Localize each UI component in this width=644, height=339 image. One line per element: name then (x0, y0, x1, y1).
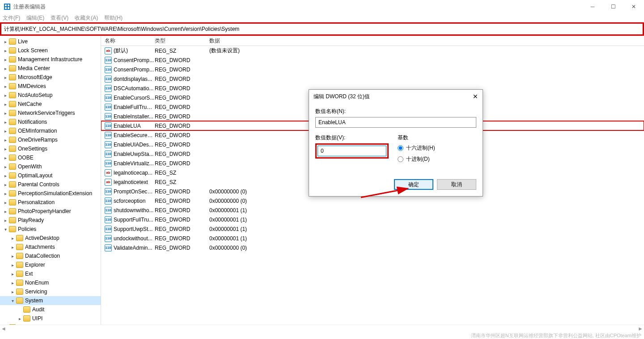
chevron-icon[interactable]: ▸ (3, 164, 8, 169)
chevron-icon[interactable]: ▸ (10, 253, 15, 259)
tree-item-attachments[interactable]: ▸Attachments (0, 243, 101, 251)
chevron-icon[interactable] (17, 307, 22, 312)
chevron-icon[interactable]: ▸ (10, 262, 15, 268)
menu-file[interactable]: 文件(F) (3, 14, 20, 22)
tree-item-onedriveramps[interactable]: ▸OneDriveRamps (0, 135, 101, 144)
chevron-icon[interactable]: ▸ (10, 289, 15, 294)
tree-item-photopropertyhandler[interactable]: ▸PhotoPropertyHandler (0, 207, 101, 216)
tree-item-oeminformation[interactable]: ▸OEMInformation (0, 126, 101, 135)
tree-item-datacollection[interactable]: ▸DataCollection (0, 251, 101, 260)
chevron-icon[interactable]: ▸ (3, 200, 8, 205)
tree-item-management-infrastructure[interactable]: ▸Management Infrastructure (0, 55, 101, 64)
tree-item-mmdevices[interactable]: ▸MMDevices (0, 82, 101, 91)
value-row[interactable]: ab(默认)REG_SZ(数值未设置) (101, 46, 644, 55)
chevron-icon[interactable]: ▸ (3, 155, 8, 160)
tree-item-playready[interactable]: ▸PlayReady (0, 216, 101, 225)
value-row[interactable]: 110SupportFullTru...REG_DWORD0x00000001 … (101, 215, 644, 224)
dialog-titlebar[interactable]: 编辑 DWORD (32 位)值 ✕ (309, 90, 483, 103)
tree-item-uipi[interactable]: ▸UIPI (0, 314, 101, 323)
cancel-button[interactable]: 取消 (437, 179, 476, 190)
chevron-icon[interactable]: ▸ (3, 191, 8, 196)
chevron-icon[interactable]: ▸ (3, 75, 8, 80)
tree-item-ncdautosetup[interactable]: ▸NcdAutoSetup (0, 91, 101, 100)
value-row[interactable]: 110dontdisplaylas...REG_DWORD (101, 74, 644, 84)
chevron-icon[interactable]: ▾ (3, 226, 8, 232)
radio-hex[interactable] (398, 145, 403, 151)
chevron-icon[interactable]: ▸ (3, 137, 8, 142)
value-row[interactable]: 110shutdownwitho...REG_DWORD0x00000001 (… (101, 205, 644, 215)
tree-item-policies[interactable]: ▾Policies (0, 225, 101, 234)
minimize-button[interactable]: ─ (582, 0, 603, 13)
close-button[interactable]: ✕ (623, 0, 644, 13)
tree-item-media-center[interactable]: ▸Media Center (0, 64, 101, 73)
tree-item-microsoftedge[interactable]: ▸MicrosoftEdge (0, 73, 101, 82)
tree-item-explorer[interactable]: ▸Explorer (0, 260, 101, 269)
col-name[interactable]: 名称 (101, 37, 155, 45)
chevron-icon[interactable]: ▸ (17, 316, 22, 321)
value-row[interactable]: 110ConsentPromp...REG_DWORD (101, 55, 644, 65)
tree-item-live[interactable]: ▸Live (0, 37, 101, 46)
value-row[interactable]: 110ValidateAdmin...REG_DWORD0x00000000 (… (101, 243, 644, 252)
chevron-icon[interactable]: ▸ (3, 173, 8, 178)
chevron-icon[interactable]: ▸ (3, 92, 8, 98)
chevron-icon[interactable]: ▸ (3, 66, 8, 71)
dialog-title-text: 编辑 DWORD (32 位)值 (314, 93, 370, 100)
list-view[interactable]: 名称 类型 数据 ab(默认)REG_SZ(数值未设置)110ConsentPr… (101, 36, 644, 332)
tree-item-ext[interactable]: ▸Ext (0, 269, 101, 278)
chevron-icon[interactable]: ▸ (10, 244, 15, 250)
col-type[interactable]: 类型 (155, 37, 209, 45)
tree-item-oobe[interactable]: ▸OOBE (0, 153, 101, 162)
chevron-icon[interactable]: ▸ (3, 146, 8, 151)
value-row[interactable]: 110SupportUwpSt...REG_DWORD0x00000001 (1… (101, 224, 644, 234)
chevron-icon[interactable]: ▸ (10, 271, 15, 276)
tree-item-openwith[interactable]: ▸OpenWith (0, 162, 101, 171)
chevron-icon[interactable]: ▸ (3, 209, 8, 214)
value-name-cell: 110scforceoption (101, 197, 155, 205)
tree-item-system[interactable]: ▾System (0, 296, 101, 305)
tree-item-personalization[interactable]: ▸Personalization (0, 198, 101, 207)
chevron-icon[interactable]: ▾ (10, 298, 15, 303)
chevron-icon[interactable]: ▸ (10, 235, 15, 241)
tree-item-optimallayout[interactable]: ▸OptimalLayout (0, 171, 101, 180)
tree-item-activedesktop[interactable]: ▸ActiveDesktop (0, 234, 101, 243)
chevron-icon[interactable]: ▸ (3, 128, 8, 134)
tree-item-servicing[interactable]: ▸Servicing (0, 287, 101, 296)
dialog-close-icon[interactable]: ✕ (473, 93, 478, 100)
value-data-input[interactable] (318, 146, 386, 156)
value-row[interactable]: 110scforceoptionREG_DWORD0x00000000 (0) (101, 196, 644, 205)
value-row[interactable]: 110ConsentPromp...REG_DWORD (101, 65, 644, 74)
ok-button[interactable]: 确定 (394, 179, 433, 190)
horizontal-scrollbar[interactable]: ◄ ► (0, 325, 644, 332)
chevron-icon[interactable]: ▸ (3, 101, 8, 107)
value-name-field[interactable]: EnableLUA (315, 117, 476, 128)
menu-help[interactable]: 帮助(H) (104, 14, 123, 22)
chevron-icon[interactable]: ▸ (3, 182, 8, 187)
value-row[interactable]: 110undockwithout...REG_DWORD0x00000001 (… (101, 234, 644, 243)
tree-item-notifications[interactable]: ▸Notifications (0, 117, 101, 126)
menu-view[interactable]: 查看(V) (51, 14, 68, 22)
chevron-icon[interactable]: ▸ (3, 39, 8, 44)
tree-item-label: Policies (18, 226, 36, 232)
tree-item-onesettings[interactable]: ▸OneSettings (0, 144, 101, 153)
menu-favorites[interactable]: 收藏夹(A) (75, 14, 98, 22)
tree-item-audit[interactable]: Audit (0, 305, 101, 314)
tree-item-lock-screen[interactable]: ▸Lock Screen (0, 46, 101, 55)
tree-item-networkservicetriggers[interactable]: ▸NetworkServiceTriggers (0, 109, 101, 117)
tree-view[interactable]: ▸Live▸Lock Screen▸Management Infrastruct… (0, 36, 101, 332)
tree-item-netcache[interactable]: ▸NetCache (0, 100, 101, 109)
menu-edit[interactable]: 编辑(E) (26, 14, 44, 22)
col-data[interactable]: 数据 (209, 37, 644, 45)
chevron-icon[interactable]: ▸ (3, 119, 8, 125)
addressbar[interactable]: 计算机\HKEY_LOCAL_MACHINE\SOFTWARE\Microsof… (1, 24, 643, 34)
chevron-icon[interactable]: ▸ (3, 57, 8, 62)
chevron-icon[interactable]: ▸ (3, 218, 8, 223)
tree-item-parental-controls[interactable]: ▸Parental Controls (0, 180, 101, 189)
chevron-icon[interactable]: ▸ (10, 280, 15, 285)
radio-dec[interactable] (398, 156, 403, 162)
tree-item-nonenum[interactable]: ▸NonEnum (0, 278, 101, 287)
chevron-icon[interactable]: ▸ (3, 48, 8, 53)
maximize-button[interactable]: ☐ (603, 0, 623, 13)
chevron-icon[interactable]: ▸ (3, 84, 8, 89)
chevron-icon[interactable]: ▸ (3, 110, 8, 116)
tree-item-perceptionsimulationextension[interactable]: ▸PerceptionSimulationExtension (0, 189, 101, 198)
